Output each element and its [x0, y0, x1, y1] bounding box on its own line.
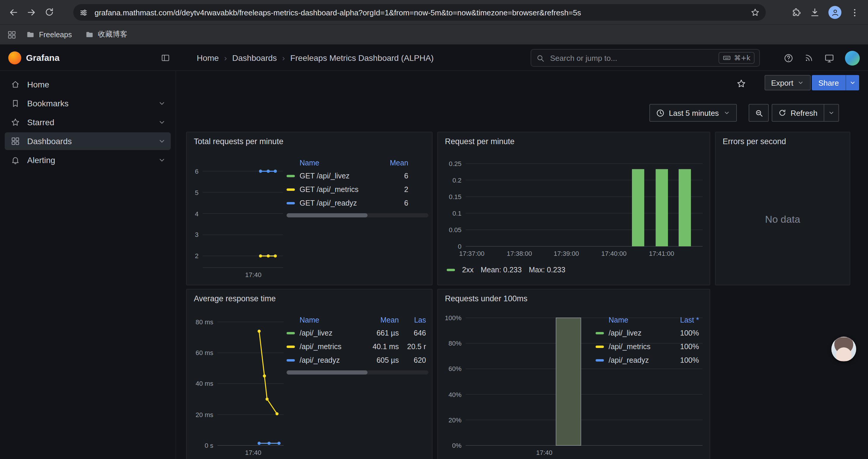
share-menu-button[interactable] [845, 75, 859, 90]
bookmark-label: Freeleaps [39, 30, 72, 39]
apps-grid-icon[interactable] [7, 30, 17, 39]
chevron-down-icon[interactable] [158, 137, 166, 145]
export-button[interactable]: Export [765, 75, 810, 90]
y-axis-tick: 40 ms [195, 380, 213, 388]
url-input[interactable] [93, 7, 746, 18]
zoom-out-button[interactable] [749, 104, 769, 122]
series-name[interactable]: 2xx [462, 266, 473, 274]
chevron-down-icon[interactable] [158, 156, 166, 164]
timeseries-chart[interactable]: 80 ms60 ms40 ms20 ms0 s17:40 [189, 316, 284, 457]
site-settings-icon[interactable] [79, 8, 88, 17]
panel-legend: Name Mean Las /api/_livez 661 µs 646 /ap… [286, 314, 428, 374]
news-rss-icon[interactable] [804, 53, 814, 63]
breadcrumb-separator: › [224, 53, 227, 63]
sidebar-item-home[interactable]: Home [5, 76, 171, 93]
refresh-interval-button[interactable] [824, 104, 838, 121]
series-name[interactable]: /api/_livez [609, 329, 668, 337]
breadcrumb-separator: › [282, 53, 285, 63]
panel-title[interactable]: Errors per second [723, 137, 786, 146]
series-mean-value: 605 µs [363, 356, 399, 364]
x-axis-tick: 17:40 [229, 448, 277, 457]
panel-title[interactable]: Requests under 100ms [445, 294, 527, 303]
legend-col-last[interactable]: Las [399, 316, 426, 324]
panel-requests-under-100ms[interactable]: Requests under 100ms 100%80%60%40%20%0%1… [437, 289, 710, 459]
refresh-split-button: Refresh [772, 104, 839, 122]
chevron-down-icon[interactable] [158, 99, 166, 107]
back-button[interactable] [5, 3, 23, 21]
panel-errors-per-second[interactable]: Errors per second No data [715, 132, 850, 285]
extensions-icon[interactable] [791, 7, 801, 18]
breadcrumb: Home › Dashboards › Freeleaps Metrics Da… [197, 45, 434, 71]
legend-col-last[interactable]: Last * [668, 316, 699, 324]
chevron-down-icon [723, 109, 730, 117]
sidebar-collapse-button[interactable] [161, 53, 170, 63]
series-name[interactable]: /api/_metrics [300, 342, 363, 351]
floating-assistant-avatar[interactable] [831, 337, 856, 362]
export-label: Export [771, 78, 793, 87]
panel-title[interactable]: Total requests per minute [194, 137, 283, 146]
y-axis-tick: 6 [195, 167, 198, 175]
search-input[interactable] [549, 53, 714, 63]
time-range-picker[interactable]: Last 5 minutes [649, 104, 737, 122]
panel-request-per-minute[interactable]: Request per minute 0.250.20.150.10.05017… [437, 132, 710, 285]
series-color-marker [286, 202, 295, 204]
panel-total-requests-per-minute[interactable]: Total requests per minute 6543217:40 Nam… [186, 132, 433, 285]
timeseries-chart[interactable]: 6543217:40 [188, 165, 283, 280]
scrollbar-thumb[interactable] [286, 370, 368, 374]
address-bar[interactable] [73, 4, 766, 21]
sidebar-nav: Home Bookmarks Starred Dashboards Alerti… [0, 71, 176, 459]
kiosk-monitor-icon[interactable] [824, 53, 834, 63]
favorite-dashboard-button[interactable] [735, 77, 747, 89]
downloads-icon[interactable] [809, 7, 820, 18]
legend-row: /api/_livez 661 µs 646 [286, 326, 428, 340]
legend-col-name[interactable]: Name [300, 159, 382, 167]
panel-title[interactable]: Request per minute [445, 137, 515, 146]
share-button[interactable]: Share [812, 75, 845, 90]
grafana-logo[interactable] [8, 52, 21, 64]
breadcrumb-dashboards[interactable]: Dashboards [232, 53, 277, 63]
browser-menu-icon[interactable] [850, 7, 860, 18]
user-avatar[interactable] [845, 51, 860, 65]
refresh-button[interactable]: Refresh [772, 104, 824, 121]
sidebar-item-dashboards[interactable]: Dashboards [5, 132, 171, 150]
browser-profile-avatar[interactable] [829, 6, 841, 19]
sidebar-item-bookmarks[interactable]: Bookmarks [5, 95, 171, 112]
series-name[interactable]: GET /api/_readyz [300, 199, 382, 207]
browser-toolbar [0, 0, 868, 25]
help-icon[interactable] [783, 53, 794, 63]
legend-col-name[interactable]: Name [609, 316, 668, 324]
reload-button[interactable] [40, 3, 58, 21]
y-axis-tick: 0.05 [449, 226, 462, 234]
y-axis-tick: 60% [448, 365, 462, 373]
sidebar-item-starred[interactable]: Starred [5, 113, 171, 131]
series-name[interactable]: GET /api/_livez [300, 172, 382, 180]
legend-scrollbar[interactable] [286, 370, 428, 374]
legend-col-name[interactable]: Name [300, 316, 363, 324]
bookmark-folder-blogs[interactable]: 收藏博客 [81, 28, 131, 41]
bookmark-folder-freeleaps[interactable]: Freeleaps [23, 28, 75, 41]
no-data-message: No data [716, 214, 850, 226]
search-box[interactable]: ⌘+k [531, 49, 760, 67]
forward-button[interactable] [23, 3, 40, 21]
legend-scrollbar[interactable] [286, 213, 428, 218]
bookmark-icon [11, 99, 20, 108]
panel-title[interactable]: Average response time [194, 294, 276, 303]
series-name[interactable]: /api/_readyz [300, 356, 363, 364]
y-axis-tick: 0% [452, 441, 462, 450]
star-icon [11, 118, 20, 127]
breadcrumb-home[interactable]: Home [197, 53, 219, 63]
scrollbar-thumb[interactable] [286, 213, 368, 218]
legend-col-mean[interactable]: Mean [363, 316, 399, 324]
series-name[interactable]: GET /api/_metrics [300, 185, 382, 193]
legend-col-mean[interactable]: Mean [382, 159, 408, 167]
dashboards-grid-icon [11, 136, 20, 146]
series-name[interactable]: /api/_metrics [609, 342, 668, 351]
y-axis-tick: 40% [448, 390, 462, 398]
sidebar-item-alerting[interactable]: Alerting [5, 151, 171, 169]
bar-chart[interactable]: 0.250.20.150.10.05017:37:0017:38:0017:39… [442, 160, 703, 258]
bookmark-star-icon[interactable] [750, 8, 760, 17]
chevron-down-icon[interactable] [158, 118, 166, 126]
series-name[interactable]: /api/_readyz [609, 356, 668, 364]
panel-average-response-time[interactable]: Average response time 80 ms60 ms40 ms20 … [186, 289, 433, 459]
series-name[interactable]: /api/_livez [300, 329, 363, 337]
